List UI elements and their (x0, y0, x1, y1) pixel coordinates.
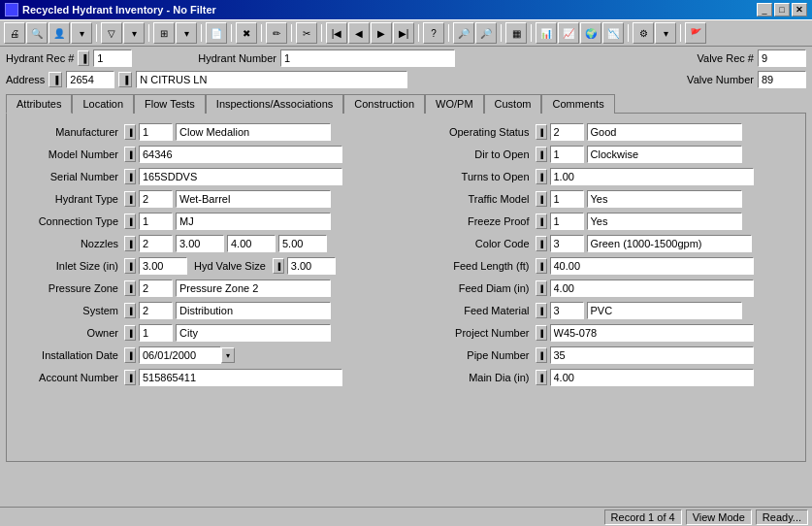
feed-length-value[interactable] (550, 257, 754, 275)
traffic-model-icon[interactable]: ▐ (536, 191, 547, 207)
address-icon2[interactable]: ▐ (118, 72, 132, 87)
chart3-button[interactable]: 🌍 (580, 22, 601, 44)
pipe-number-icon[interactable]: ▐ (536, 347, 547, 363)
maximize-button[interactable]: □ (774, 3, 790, 16)
operating-status-icon[interactable]: ▐ (536, 124, 547, 140)
people-dropdown[interactable]: ▾ (71, 22, 92, 44)
hydrant-rec-icon[interactable]: ▐ (78, 50, 89, 66)
connection-type-num[interactable] (139, 213, 173, 230)
pressure-zone-value[interactable] (176, 279, 331, 297)
table-button[interactable]: ▦ (505, 22, 527, 44)
filter-button[interactable]: ▽ (101, 22, 122, 44)
hydrant-rec-input[interactable] (93, 49, 132, 67)
tab-attributes[interactable]: Attributes (6, 94, 72, 114)
tab-construction[interactable]: Construction (343, 94, 425, 114)
dir-to-open-icon[interactable]: ▐ (536, 147, 547, 162)
address-street-input[interactable] (136, 71, 407, 88)
model-number-value[interactable] (139, 146, 342, 163)
manufacturer-icon[interactable]: ▐ (124, 124, 136, 140)
tab-wo-pm[interactable]: WO/PM (425, 94, 484, 114)
tab-location[interactable]: Location (72, 94, 134, 114)
people-button[interactable]: 👤 (49, 22, 70, 44)
manufacturer-num[interactable] (139, 123, 173, 141)
manufacturer-value[interactable] (176, 123, 331, 141)
freeze-proof-num[interactable] (550, 213, 584, 230)
zoom-in-button[interactable]: 🔎 (453, 22, 474, 44)
edit-button[interactable]: ✏ (266, 22, 287, 44)
inlet-size-value[interactable] (139, 257, 187, 275)
color-code-value[interactable] (587, 235, 752, 252)
close-button[interactable]: ✕ (792, 3, 807, 16)
settings-button[interactable]: ⚙ (633, 22, 654, 44)
preview-button[interactable]: 🔍 (26, 22, 48, 44)
page-button[interactable]: 📄 (206, 22, 227, 44)
connection-type-icon[interactable]: ▐ (124, 214, 136, 229)
color-code-num[interactable] (550, 235, 584, 252)
tab-comments[interactable]: Comments (541, 94, 614, 114)
nozzles-v2[interactable] (227, 235, 276, 252)
traffic-model-value[interactable] (587, 190, 742, 208)
feed-material-value[interactable] (587, 302, 742, 319)
turns-to-open-value[interactable] (550, 168, 754, 185)
grid-dropdown[interactable]: ▾ (176, 22, 197, 44)
system-icon[interactable]: ▐ (124, 303, 136, 318)
nav-play-button[interactable]: ▶ (371, 22, 392, 44)
hydrant-number-input[interactable] (280, 49, 455, 67)
main-dia-icon[interactable]: ▐ (536, 370, 547, 385)
tab-flow-tests[interactable]: Flow Tests (134, 94, 206, 114)
tab-inspections[interactable]: Inspections/Associations (206, 94, 343, 114)
system-num[interactable] (139, 302, 173, 319)
zoom-out-button[interactable]: 🔎 (475, 22, 497, 44)
installation-date-dropdown[interactable]: ▾ (221, 347, 235, 363)
hyd-valve-size-value[interactable] (287, 257, 336, 275)
minimize-button[interactable]: _ (757, 3, 772, 16)
freeze-proof-value[interactable] (587, 213, 742, 230)
print-button[interactable]: 🖨 (4, 22, 25, 44)
pipe-number-value[interactable] (550, 346, 754, 364)
inlet-size-icon[interactable]: ▐ (124, 258, 136, 274)
address-icon[interactable]: ▐ (49, 72, 62, 87)
dir-to-open-value[interactable] (587, 146, 742, 163)
turns-to-open-icon[interactable]: ▐ (536, 169, 547, 184)
tab-custom[interactable]: Custom (484, 94, 542, 114)
installation-date-icon[interactable]: ▐ (124, 347, 136, 363)
nozzles-v3[interactable] (278, 235, 327, 252)
project-number-icon[interactable]: ▐ (536, 325, 547, 341)
dir-to-open-num[interactable] (550, 146, 584, 163)
color-code-icon[interactable]: ▐ (536, 236, 547, 251)
flag-button[interactable]: 🚩 (685, 22, 706, 44)
owner-num[interactable] (139, 324, 173, 342)
serial-number-icon[interactable]: ▐ (124, 169, 136, 184)
hydrant-type-icon[interactable]: ▐ (124, 191, 136, 207)
hydrant-type-value[interactable] (176, 190, 331, 208)
feed-material-num[interactable] (550, 302, 584, 319)
installation-date-value[interactable] (139, 346, 221, 364)
operating-status-num[interactable] (550, 123, 584, 141)
pressure-zone-icon[interactable]: ▐ (124, 280, 136, 296)
settings-dropdown[interactable]: ▾ (655, 22, 676, 44)
account-number-value[interactable] (139, 369, 342, 386)
chart4-button[interactable]: 📉 (602, 22, 624, 44)
owner-value[interactable] (176, 324, 331, 342)
hydrant-type-num[interactable] (139, 190, 173, 208)
hyd-valve-icon[interactable]: ▐ (273, 258, 284, 274)
traffic-model-num[interactable] (550, 190, 584, 208)
nozzles-icon[interactable]: ▐ (124, 236, 136, 251)
project-number-value[interactable] (550, 324, 754, 342)
nozzles-v1[interactable] (176, 235, 224, 252)
feed-diam-icon[interactable]: ▐ (536, 280, 547, 296)
chart2-button[interactable]: 📈 (558, 22, 579, 44)
delete-button[interactable]: ✖ (236, 22, 257, 44)
serial-number-value[interactable] (139, 168, 342, 185)
feed-diam-value[interactable] (550, 279, 754, 297)
nav-prev-button[interactable]: ◀ (348, 22, 370, 44)
model-number-icon[interactable]: ▐ (124, 147, 136, 162)
system-value[interactable] (176, 302, 331, 319)
feed-material-icon[interactable]: ▐ (536, 303, 547, 318)
nav-first-button[interactable]: |◀ (326, 22, 347, 44)
grid-button[interactable]: ⊞ (153, 22, 175, 44)
cut-button[interactable]: ✂ (296, 22, 317, 44)
nozzles-num[interactable] (139, 235, 173, 252)
filter-dropdown[interactable]: ▾ (123, 22, 145, 44)
freeze-proof-icon[interactable]: ▐ (536, 214, 547, 229)
